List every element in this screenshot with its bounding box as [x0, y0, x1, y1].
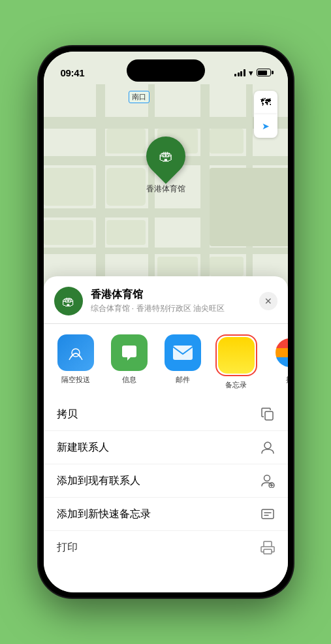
status-time: 09:41: [61, 67, 85, 78]
status-icons: ▾: [234, 68, 271, 78]
action-print[interactable]: 打印: [44, 531, 288, 564]
map-type-button[interactable]: 🗺: [254, 91, 277, 114]
svg-rect-12: [264, 549, 272, 554]
print-label: 打印: [57, 541, 78, 555]
action-copy[interactable]: 拷贝: [44, 398, 288, 431]
action-add-contact[interactable]: 添加到现有联系人: [44, 464, 288, 498]
stadium-icon: 🏟: [159, 148, 173, 165]
svg-point-3: [264, 442, 271, 449]
action-add-notes[interactable]: 添加到新快速备忘录: [44, 498, 288, 531]
sheet-header: 🏟 香港体育馆 综合体育馆 · 香港特别行政区 油尖旺区 ✕: [44, 287, 288, 324]
svg-rect-11: [264, 541, 272, 547]
sheet-title-area: 香港体育馆 综合体育馆 · 香港特别行政区 油尖旺区: [91, 288, 259, 314]
signal-bars-icon: [234, 69, 245, 76]
mail-icon: [165, 334, 201, 371]
svg-rect-8: [262, 509, 274, 519]
place-icon: 🏟: [54, 287, 83, 315]
app-grid: 隔空投送 信息: [44, 324, 288, 395]
app-item-notes[interactable]: 备忘录: [215, 334, 258, 390]
more-icon-container: [272, 334, 288, 371]
airdrop-label: 隔空投送: [61, 375, 90, 385]
app-item-messages[interactable]: 信息: [108, 334, 151, 390]
bottom-sheet: 🏟 香港体育馆 综合体育馆 · 香港特别行政区 油尖旺区 ✕: [44, 276, 288, 592]
location-pin: 🏟 香港体育馆: [146, 137, 185, 195]
new-contact-label: 新建联系人: [57, 441, 109, 455]
phone-frame: 09:41 ▾: [39, 46, 293, 598]
location-arrow-icon: ➤: [262, 121, 270, 131]
pin-circle: 🏟: [138, 129, 193, 184]
new-contact-icon: [260, 440, 275, 455]
map-label: 南口: [129, 91, 150, 103]
wifi-icon: ▾: [249, 68, 253, 78]
more-dots-icon: [276, 338, 288, 367]
airdrop-icon: [57, 334, 94, 371]
pin-label: 香港体育馆: [146, 184, 185, 195]
sheet-title: 香港体育馆: [91, 288, 259, 302]
svg-rect-1: [173, 346, 193, 360]
close-button[interactable]: ✕: [259, 292, 277, 310]
app-item-mail[interactable]: 邮件: [161, 334, 204, 390]
stadium-pin-icon: 🏟: [62, 294, 75, 309]
dynamic-island: [127, 59, 205, 82]
messages-icon: [111, 334, 148, 371]
more-label: 提: [286, 375, 288, 385]
phone-screen: 09:41 ▾: [44, 52, 288, 592]
battery-icon: [257, 69, 271, 76]
action-new-contact[interactable]: 新建联系人: [44, 431, 288, 464]
mail-label: 邮件: [176, 375, 190, 385]
copy-icon: [260, 407, 275, 421]
location-button[interactable]: ➤: [254, 114, 277, 138]
add-notes-label: 添加到新快速备忘录: [57, 507, 151, 521]
notes-icon: [218, 337, 255, 374]
svg-point-4: [264, 475, 270, 481]
print-icon: [260, 540, 275, 555]
app-item-airdrop[interactable]: 隔空投送: [54, 334, 97, 390]
copy-label: 拷贝: [57, 408, 78, 421]
action-list: 拷贝 新建联系人 添加到现有联系人: [44, 395, 288, 566]
sheet-subtitle: 综合体育馆 · 香港特别行政区 油尖旺区: [91, 303, 259, 314]
add-notes-icon: [260, 507, 275, 521]
map-icon: 🗺: [260, 97, 271, 108]
add-contact-icon: [260, 474, 275, 488]
add-contact-label: 添加到现有联系人: [57, 474, 140, 488]
svg-rect-2: [265, 411, 273, 420]
app-item-more[interactable]: 提: [268, 334, 288, 390]
map-controls: 🗺 ➤: [254, 91, 277, 138]
notes-label: 备忘录: [225, 380, 247, 390]
messages-label: 信息: [122, 375, 136, 385]
